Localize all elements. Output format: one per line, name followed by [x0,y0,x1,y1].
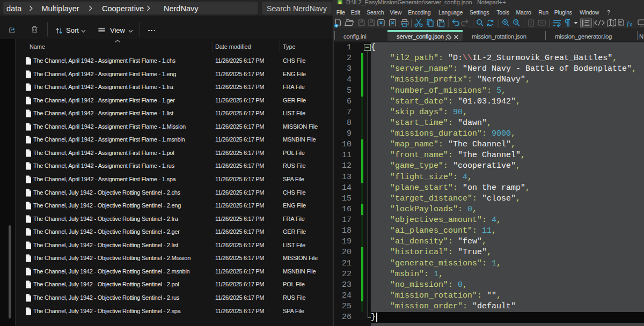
svg-text:x: x [630,21,632,27]
